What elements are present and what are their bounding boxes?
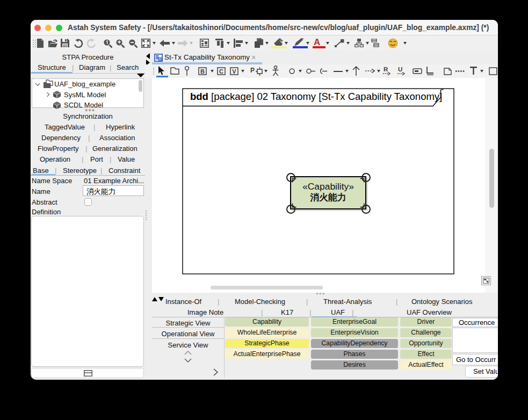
svg-text:V: V: [232, 68, 236, 75]
svg-text:C: C: [219, 68, 223, 75]
svg-text:B: B: [200, 68, 205, 75]
